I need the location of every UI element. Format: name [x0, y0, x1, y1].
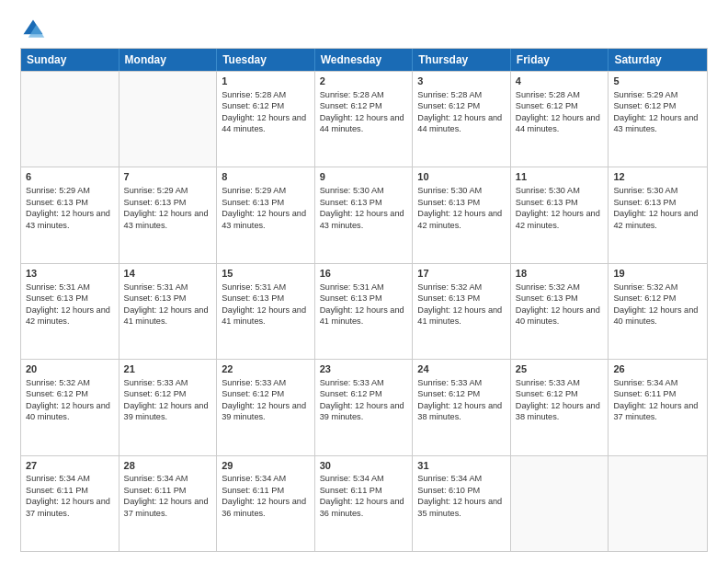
day-number: 21 — [124, 362, 212, 376]
table-row: 24Sunrise: 5:33 AMSunset: 6:12 PMDayligh… — [413, 360, 511, 454]
sunrise-text: Sunrise: 5:34 AM — [613, 377, 702, 388]
daylight-text: Daylight: 12 hours and 43 minutes. — [320, 208, 408, 231]
sunset-text: Sunset: 6:11 PM — [320, 485, 408, 496]
daylight-text: Daylight: 12 hours and 42 minutes. — [516, 208, 604, 231]
sunrise-text: Sunrise: 5:34 AM — [320, 473, 408, 484]
daylight-text: Daylight: 12 hours and 35 minutes. — [417, 496, 506, 519]
table-row: 1Sunrise: 5:28 AMSunset: 6:12 PMDaylight… — [217, 72, 315, 167]
day-number: 24 — [417, 362, 506, 376]
day-number: 26 — [613, 362, 702, 376]
sunrise-text: Sunrise: 5:29 AM — [26, 185, 114, 196]
sunrise-text: Sunrise: 5:28 AM — [222, 89, 310, 100]
table-row: 3Sunrise: 5:28 AMSunset: 6:12 PMDaylight… — [413, 72, 511, 167]
sunrise-text: Sunrise: 5:33 AM — [222, 377, 310, 388]
day-number: 14 — [124, 267, 212, 281]
sunrise-text: Sunrise: 5:30 AM — [613, 185, 702, 196]
daylight-text: Daylight: 12 hours and 42 minutes. — [613, 208, 702, 231]
sunrise-text: Sunrise: 5:34 AM — [124, 473, 212, 484]
table-row: 29Sunrise: 5:34 AMSunset: 6:11 PMDayligh… — [217, 456, 315, 551]
day-number: 31 — [417, 459, 506, 473]
daylight-text: Daylight: 12 hours and 37 minutes. — [613, 400, 702, 423]
sunset-text: Sunset: 6:12 PM — [613, 100, 702, 111]
daylight-text: Daylight: 12 hours and 43 minutes. — [124, 208, 212, 231]
day-number: 18 — [516, 267, 604, 281]
day-number: 13 — [26, 267, 114, 281]
sunset-text: Sunset: 6:10 PM — [417, 485, 506, 496]
sunrise-text: Sunrise: 5:31 AM — [320, 282, 408, 293]
day-number: 19 — [613, 267, 702, 281]
daylight-text: Daylight: 12 hours and 42 minutes. — [26, 304, 114, 327]
page: SundayMondayTuesdayWednesdayThursdayFrid… — [0, 0, 728, 563]
table-row: 8Sunrise: 5:29 AMSunset: 6:13 PMDaylight… — [217, 167, 315, 262]
calendar-row: 20Sunrise: 5:32 AMSunset: 6:12 PMDayligh… — [21, 359, 707, 454]
daylight-text: Daylight: 12 hours and 43 minutes. — [26, 208, 114, 231]
day-number: 23 — [320, 362, 408, 376]
day-number: 27 — [26, 459, 114, 473]
sunset-text: Sunset: 6:12 PM — [222, 100, 310, 111]
daylight-text: Daylight: 12 hours and 43 minutes. — [613, 112, 702, 135]
sunset-text: Sunset: 6:13 PM — [222, 197, 310, 208]
sunset-text: Sunset: 6:13 PM — [26, 197, 114, 208]
daylight-text: Daylight: 12 hours and 39 minutes. — [320, 400, 408, 423]
table-row: 16Sunrise: 5:31 AMSunset: 6:13 PMDayligh… — [315, 264, 414, 359]
day-number: 3 — [417, 75, 506, 88]
daylight-text: Daylight: 12 hours and 38 minutes. — [516, 400, 604, 423]
table-row — [609, 456, 707, 551]
day-number: 29 — [222, 459, 310, 473]
table-row: 26Sunrise: 5:34 AMSunset: 6:11 PMDayligh… — [609, 360, 707, 454]
table-row: 14Sunrise: 5:31 AMSunset: 6:13 PMDayligh… — [119, 264, 218, 359]
table-row: 18Sunrise: 5:32 AMSunset: 6:13 PMDayligh… — [511, 264, 609, 359]
sunrise-text: Sunrise: 5:33 AM — [124, 377, 212, 388]
table-row: 12Sunrise: 5:30 AMSunset: 6:13 PMDayligh… — [609, 167, 707, 262]
table-row: 13Sunrise: 5:31 AMSunset: 6:13 PMDayligh… — [21, 264, 119, 359]
table-row — [511, 456, 609, 551]
sunset-text: Sunset: 6:12 PM — [320, 100, 408, 111]
calendar: SundayMondayTuesdayWednesdayThursdayFrid… — [20, 48, 708, 552]
table-row: 23Sunrise: 5:33 AMSunset: 6:12 PMDayligh… — [315, 360, 414, 454]
calendar-header: SundayMondayTuesdayWednesdayThursdayFrid… — [21, 49, 707, 71]
day-number: 5 — [613, 75, 702, 88]
table-row: 11Sunrise: 5:30 AMSunset: 6:13 PMDayligh… — [511, 167, 609, 262]
day-number: 6 — [26, 170, 114, 184]
table-row: 31Sunrise: 5:34 AMSunset: 6:10 PMDayligh… — [413, 456, 511, 551]
table-row: 19Sunrise: 5:32 AMSunset: 6:12 PMDayligh… — [609, 264, 707, 359]
table-row: 21Sunrise: 5:33 AMSunset: 6:12 PMDayligh… — [119, 360, 218, 454]
sunrise-text: Sunrise: 5:29 AM — [613, 89, 702, 100]
calendar-row: 27Sunrise: 5:34 AMSunset: 6:11 PMDayligh… — [21, 455, 707, 551]
table-row: 17Sunrise: 5:32 AMSunset: 6:13 PMDayligh… — [413, 264, 511, 359]
sunset-text: Sunset: 6:12 PM — [320, 388, 408, 399]
day-number: 10 — [417, 170, 506, 184]
daylight-text: Daylight: 12 hours and 40 minutes. — [26, 400, 114, 423]
sunset-text: Sunset: 6:13 PM — [320, 293, 408, 304]
table-row: 6Sunrise: 5:29 AMSunset: 6:13 PMDaylight… — [21, 167, 119, 262]
daylight-text: Daylight: 12 hours and 41 minutes. — [320, 304, 408, 327]
calendar-body: 1Sunrise: 5:28 AMSunset: 6:12 PMDaylight… — [21, 71, 707, 551]
calendar-row: 1Sunrise: 5:28 AMSunset: 6:12 PMDaylight… — [21, 71, 707, 167]
table-row: 28Sunrise: 5:34 AMSunset: 6:11 PMDayligh… — [119, 456, 218, 551]
table-row: 22Sunrise: 5:33 AMSunset: 6:12 PMDayligh… — [217, 360, 315, 454]
table-row: 25Sunrise: 5:33 AMSunset: 6:12 PMDayligh… — [511, 360, 609, 454]
sunset-text: Sunset: 6:13 PM — [613, 197, 702, 208]
sunrise-text: Sunrise: 5:32 AM — [26, 377, 114, 388]
table-row: 27Sunrise: 5:34 AMSunset: 6:11 PMDayligh… — [21, 456, 119, 551]
sunset-text: Sunset: 6:11 PM — [124, 485, 212, 496]
sunrise-text: Sunrise: 5:32 AM — [417, 282, 506, 293]
logo — [20, 17, 50, 42]
sunset-text: Sunset: 6:13 PM — [417, 293, 506, 304]
calendar-day-header: Monday — [119, 49, 218, 71]
sunrise-text: Sunrise: 5:33 AM — [516, 377, 604, 388]
day-number: 7 — [124, 170, 212, 184]
sunset-text: Sunset: 6:13 PM — [222, 293, 310, 304]
daylight-text: Daylight: 12 hours and 42 minutes. — [417, 208, 506, 231]
sunset-text: Sunset: 6:13 PM — [124, 293, 212, 304]
header — [20, 17, 708, 42]
daylight-text: Daylight: 12 hours and 40 minutes. — [613, 304, 702, 327]
daylight-text: Daylight: 12 hours and 44 minutes. — [222, 112, 310, 135]
day-number: 20 — [26, 362, 114, 376]
day-number: 28 — [124, 459, 212, 473]
daylight-text: Daylight: 12 hours and 44 minutes. — [417, 112, 506, 135]
sunrise-text: Sunrise: 5:28 AM — [516, 89, 604, 100]
calendar-day-header: Saturday — [609, 49, 707, 71]
daylight-text: Daylight: 12 hours and 40 minutes. — [516, 304, 604, 327]
table-row: 15Sunrise: 5:31 AMSunset: 6:13 PMDayligh… — [217, 264, 315, 359]
